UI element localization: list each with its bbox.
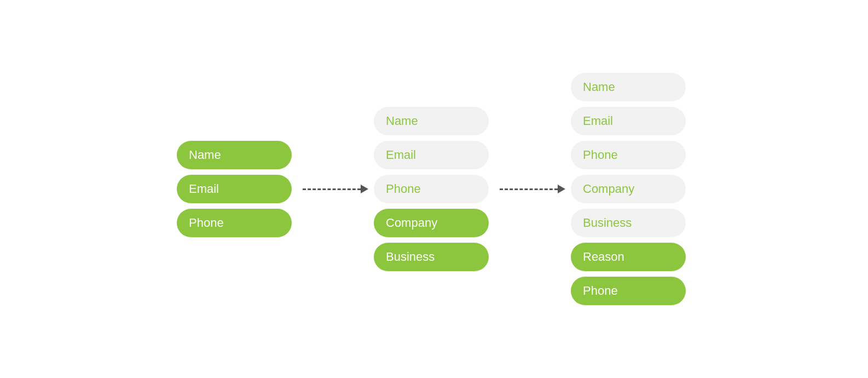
field-pill-group1-0: Name bbox=[177, 141, 292, 169]
dashed-arrow-2 bbox=[500, 185, 565, 193]
field-pill-group3-1: Email bbox=[571, 107, 686, 135]
field-pill-group3-6: Phone bbox=[571, 277, 686, 305]
arrow-connector-1 bbox=[303, 185, 368, 193]
field-pill-group2-3: Company bbox=[374, 209, 489, 237]
group-3: NameEmailPhoneCompanyBusinessReasonPhone bbox=[571, 73, 691, 305]
dashed-line-1 bbox=[303, 188, 361, 190]
field-group-3: NameEmailPhoneCompanyBusinessReasonPhone bbox=[571, 73, 691, 305]
field-group-2: NameEmailPhoneCompanyBusiness bbox=[374, 107, 494, 271]
field-pill-group3-5: Reason bbox=[571, 243, 686, 271]
field-group-1: NameEmailPhone bbox=[177, 141, 297, 237]
arrow-head-1 bbox=[361, 185, 368, 193]
field-pill-group1-2: Phone bbox=[177, 209, 292, 237]
field-pill-group2-1: Email bbox=[374, 141, 489, 169]
dashed-line-2 bbox=[500, 188, 558, 190]
field-pill-group2-4: Business bbox=[374, 243, 489, 271]
dashed-arrow-1 bbox=[303, 185, 368, 193]
diagram-container: NameEmailPhone NameEmailPhoneCompanyBusi… bbox=[177, 73, 691, 305]
field-pill-group3-4: Business bbox=[571, 209, 686, 237]
arrow-head-2 bbox=[558, 185, 565, 193]
arrow-connector-2 bbox=[500, 185, 565, 193]
field-pill-group3-3: Company bbox=[571, 175, 686, 203]
field-pill-group3-2: Phone bbox=[571, 141, 686, 169]
field-pill-group2-0: Name bbox=[374, 107, 489, 135]
group-2: NameEmailPhoneCompanyBusiness bbox=[374, 107, 494, 271]
field-pill-group3-0: Name bbox=[571, 73, 686, 101]
field-pill-group1-1: Email bbox=[177, 175, 292, 203]
field-pill-group2-2: Phone bbox=[374, 175, 489, 203]
group-1: NameEmailPhone bbox=[177, 141, 297, 237]
